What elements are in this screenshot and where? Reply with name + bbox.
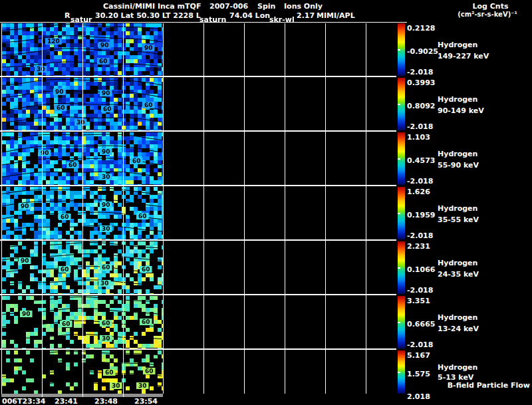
panel-grid-vline (42, 23, 43, 394)
panel-grid-vline (82, 23, 83, 394)
species-label: Hydrogen (438, 150, 477, 158)
bfield-flow-label: B-field Particle Flow (448, 381, 530, 390)
colorbar-max-value: 3.351 (407, 297, 430, 305)
colorbar-mid-tick (398, 213, 400, 214)
title-segment: Spin (257, 2, 275, 11)
title-segment: Ions Only (284, 2, 323, 11)
panel-grid-vline (1, 23, 2, 394)
energy-range-label: 13-24 keV (438, 325, 479, 333)
panel-grid-hline (0, 294, 396, 295)
page-title: Cassini/MIMI Inca mTQF2007-006SpinIons O… (0, 2, 407, 11)
colorbar-mid-tick (398, 372, 400, 373)
colorbar-max-value: 0.3993 (407, 78, 435, 87)
title-segment: 2007-006 (209, 2, 248, 11)
colorbar-mid-tick (398, 158, 400, 160)
colorbar-mid-value: 0.6665 (407, 320, 435, 329)
species-label: Hydrogen (438, 313, 477, 322)
telemetry-segment: 2.17 (297, 11, 315, 20)
colorbar-mid-value: 0.1959 (407, 211, 435, 219)
energy-range-label: 55-90 keV (438, 161, 479, 170)
species-label: Hydrogen (438, 204, 477, 213)
panel-grid-vline (123, 23, 124, 394)
panel-grid-hline (0, 130, 396, 132)
colorbar-mid-value: 0.1066 (407, 265, 435, 274)
panel-grid-vline (163, 23, 164, 394)
time-tick-label: 23:41 (55, 397, 78, 405)
colorbar-min-value: 2.018 (407, 392, 430, 401)
species-label: Hydrogen (438, 259, 477, 267)
panel-grid-hline (0, 76, 396, 77)
panel-grid-vline (325, 23, 326, 394)
colorbar-min-value: -2.018 (407, 340, 433, 349)
colorbar-units: (cm²-sr-s-keV)⁻¹ (444, 11, 531, 18)
colorbar-units-title: Log Cnts (452, 2, 529, 11)
panel-grid-vline (244, 23, 245, 394)
colorbar-max-value: 1.103 (407, 133, 430, 142)
colorbar-max-value: 0.2128 (407, 24, 435, 33)
colorbar-max-value: 2.231 (407, 242, 430, 251)
colorbar-max-value: 1.626 (407, 188, 430, 196)
panel-grid-vline (203, 23, 204, 394)
panel-grid-hline (0, 348, 396, 350)
energy-range-label: 90-149 keV (438, 106, 484, 115)
energy-range-label: 24-35 keV (438, 270, 479, 279)
species-label: Hydrogen (438, 363, 477, 372)
column-group-label: skr-wl (269, 15, 295, 24)
column-group-label: saturn (200, 15, 226, 24)
telemetry-segment: MIMI/APL (317, 11, 355, 20)
colorbar-max-value: 5.167 (407, 351, 430, 360)
colorbar-mid-tick (398, 267, 400, 269)
column-group-label: satur (70, 15, 92, 24)
colorbar-mid-tick (398, 104, 400, 105)
mimi-inca-display: Cassini/MIMI Inca mTQF2007-006SpinIons O… (0, 0, 532, 405)
panel-grid-vline (366, 23, 366, 394)
species-label: Hydrogen (438, 41, 477, 49)
colorbar-mid-tick (398, 49, 400, 51)
title-segment: Cassini/MIMI Inca mTQF (103, 2, 201, 11)
telemetry-segment: R (65, 11, 70, 20)
panel-grid-vline (285, 23, 285, 394)
colorbar-mid-value: 1.575 (407, 370, 430, 378)
colorbar-mid-value: -0.9025 (407, 47, 438, 56)
colorbar-min-value: -2.018 (407, 177, 433, 186)
panel-grid-hline (0, 185, 396, 186)
energy-range-label: 35-55 keV (438, 215, 479, 224)
colorbar-min-value: -2.018 (407, 286, 433, 295)
colorbar-min-value: -2.018 (407, 231, 433, 240)
time-tick-label: 006T23:34 (2, 397, 45, 405)
colorbar-mid-tick (398, 322, 400, 323)
panel-grid-hline (0, 239, 396, 241)
colorbar-min-value: -2.018 (407, 68, 433, 76)
time-tick-label: 23:48 (94, 397, 118, 405)
energy-range-label: 149-227 keV (438, 52, 489, 61)
telemetry-segment: 30.20 Lat 50.30 LT 2228 L (95, 11, 201, 20)
species-label: Hydrogen (438, 95, 477, 104)
telemetry-segment: 74.04 Lon (229, 11, 270, 20)
time-tick-label: 23:54 (134, 397, 158, 405)
colorbar-mid-value: 0.8092 (407, 102, 435, 110)
colorbar-mid-value: 0.4573 (407, 156, 435, 165)
time-axis-divider (123, 394, 124, 397)
colorbar-min-value: -2.018 (407, 122, 433, 131)
time-axis-divider (82, 394, 83, 397)
